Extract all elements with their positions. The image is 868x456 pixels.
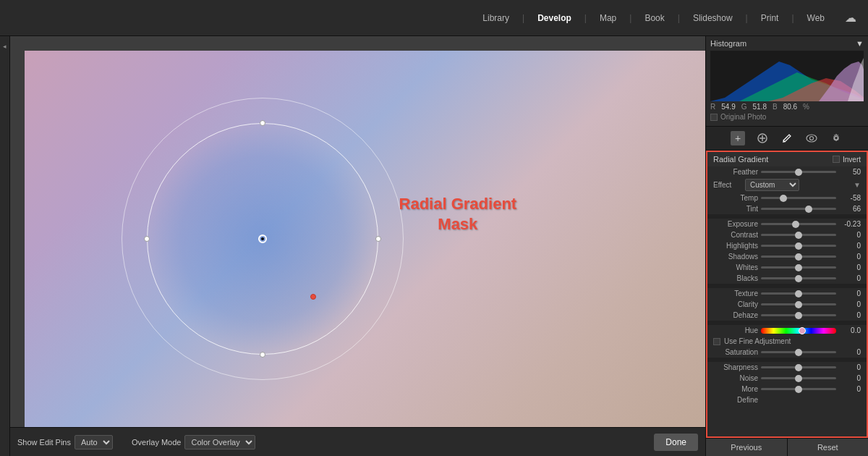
reset-button[interactable]: Reset [788,439,869,456]
g-label: G [741,103,747,111]
texture-label: Texture [713,290,758,297]
exposure-label: Exposure [713,220,758,228]
saturation-value: 0 [839,348,861,356]
top-menu-bar: Library | Develop | Map | Book | Slidesh… [0,0,868,36]
temp-slider[interactable] [761,197,836,199]
highlights-slider[interactable] [761,245,836,247]
overlay-mode-select[interactable]: Color Overlay [184,435,255,449]
blacks-value: 0 [839,274,861,282]
more-slider[interactable] [761,388,836,390]
bottom-buttons: Previous Reset [706,438,868,456]
cloud-icon[interactable]: ☁ [845,11,856,25]
previous-button[interactable]: Previous [706,439,788,456]
tint-value: 66 [839,205,861,213]
radial-gradient-label: Radial Gradient Mask [399,194,517,235]
blacks-slider[interactable] [761,277,836,279]
contrast-thumb[interactable] [795,232,802,239]
temp-row: Temp -58 [707,193,867,203]
sharpness-slider[interactable] [761,366,836,368]
whites-slider[interactable] [761,266,836,269]
saturation-slider[interactable] [761,351,836,353]
radial-gradient-title: Radial Gradient [713,155,768,164]
feather-row: Feather 50 [707,166,867,177]
menu-library[interactable]: Library [482,13,509,23]
tint-row: Tint 66 [707,203,867,214]
eye-tool-icon[interactable] [804,131,819,145]
highlights-thumb[interactable] [795,242,802,250]
hue-label: Hue [713,326,758,334]
feather-thumb[interactable] [795,169,802,176]
handle-top[interactable] [260,120,265,126]
done-button[interactable]: Done [654,434,698,451]
r-label: R [710,103,715,111]
exposure-slider[interactable] [761,223,836,225]
invert-checkbox[interactable] [833,156,840,163]
temp-value: -58 [839,194,861,202]
contrast-slider[interactable] [761,234,836,236]
sharpness-thumb[interactable] [795,364,802,371]
add-tool-button[interactable]: + [731,131,745,145]
effect-select[interactable]: Custom [745,179,799,191]
noise-row: Noise 0 [707,373,867,384]
show-edit-pins-select[interactable]: Auto [75,435,113,449]
noise-label: Noise [713,374,758,382]
blacks-thumb[interactable] [795,275,802,282]
dehaze-slider[interactable] [761,314,836,316]
whites-value: 0 [839,263,861,271]
handle-right[interactable] [375,236,381,242]
handle-bottom[interactable] [260,352,265,358]
exposure-thumb[interactable] [792,221,799,228]
noise-slider[interactable] [761,377,836,379]
svg-point-9 [807,135,817,142]
menu-print[interactable]: Print [761,13,779,23]
menu-map[interactable]: Map [600,13,616,23]
clarity-thumb[interactable] [795,301,802,308]
menu-slideshow[interactable]: Slideshow [693,13,733,23]
hue-thumb[interactable] [799,327,806,334]
menu-book[interactable]: Book [644,13,664,23]
shadows-value: 0 [839,253,861,261]
sep5: | [746,13,748,23]
dehaze-row: Dehaze 0 [707,310,867,321]
whites-thumb[interactable] [795,264,802,271]
invert-row: Invert [833,156,861,164]
histogram-expand-icon[interactable]: ▼ [856,39,864,48]
pencil-tool-icon[interactable] [780,131,794,145]
original-photo-checkbox[interactable] [710,114,718,121]
whites-label: Whites [713,263,758,271]
saturation-thumb[interactable] [795,349,802,356]
heal-tool-icon[interactable] [755,131,770,145]
sep6: | [791,13,793,23]
radial-gradient-header: Radial Gradient Invert [707,152,867,166]
handle-center[interactable] [258,235,267,243]
sharpness-row: Sharpness 0 [707,362,867,373]
highlights-row: Highlights 0 [707,240,867,251]
sep2: | [584,13,587,23]
feather-slider[interactable] [761,171,836,173]
texture-row: Texture 0 [707,288,867,299]
hue-slider[interactable] [761,328,836,334]
tint-slider[interactable] [761,208,836,210]
contrast-label: Contrast [713,231,758,239]
texture-thumb[interactable] [795,290,802,297]
shadows-thumb[interactable] [795,253,802,261]
more-thumb[interactable] [795,386,802,393]
tint-thumb[interactable] [805,206,812,213]
temp-thumb[interactable] [780,195,787,202]
left-tool-expand[interactable]: ◂ [1,41,9,52]
menu-web[interactable]: Web [807,13,825,23]
dehaze-thumb[interactable] [795,312,802,319]
clarity-slider[interactable] [761,303,836,305]
handle-left[interactable] [144,236,150,242]
gear-tool-icon[interactable] [829,131,843,145]
bottom-toolbar: Show Edit Pins Auto Overlay Mode Color O… [10,427,705,456]
main-layout: ◂ Radial Gradient [0,36,868,456]
texture-slider[interactable] [761,292,836,295]
more-row: More 0 [707,384,867,394]
handle-rotate[interactable] [310,294,316,300]
g-value: 51.8 [752,103,766,111]
fine-adj-checkbox[interactable] [713,338,720,345]
shadows-slider[interactable] [761,256,836,258]
noise-thumb[interactable] [795,375,802,382]
menu-develop[interactable]: Develop [537,13,571,23]
